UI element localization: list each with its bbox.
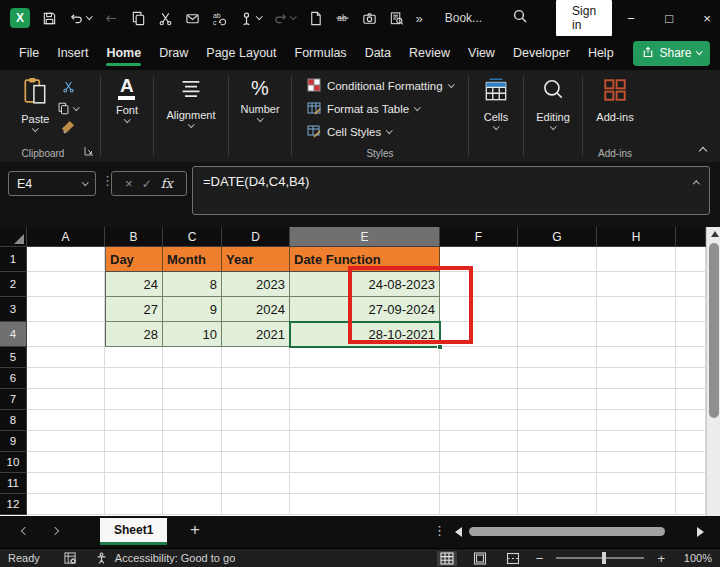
cell-A12[interactable] — [27, 494, 105, 515]
row-header-2[interactable]: 2 — [0, 272, 27, 297]
cell-B12[interactable] — [105, 494, 163, 515]
cell-F6[interactable] — [440, 368, 518, 389]
cell-D4[interactable]: 2021 — [222, 322, 290, 347]
page-layout-view-icon[interactable] — [470, 551, 490, 566]
vertical-scrollbar[interactable] — [706, 227, 720, 516]
cut-small-icon[interactable] — [62, 79, 75, 97]
cell-D8[interactable] — [222, 410, 290, 431]
cell-C11[interactable] — [163, 473, 222, 494]
cell-H9[interactable] — [597, 431, 676, 452]
search-icon[interactable] — [512, 8, 528, 28]
cell-A3[interactable] — [27, 297, 105, 322]
cell-F10[interactable] — [440, 452, 518, 473]
new-file-icon[interactable] — [308, 11, 323, 26]
sheet-tab-sheet1[interactable]: Sheet1 — [100, 518, 167, 545]
camera-icon[interactable] — [362, 11, 377, 26]
row-header-11[interactable]: 11 — [0, 473, 27, 494]
cell-H3[interactable] — [597, 297, 676, 322]
accessibility-icon[interactable] — [95, 552, 108, 565]
ribbon-tab-view[interactable]: View — [459, 37, 504, 69]
row-header-6[interactable]: 6 — [0, 368, 27, 389]
prev-sheet-icon[interactable] — [21, 527, 29, 535]
cell-E9[interactable] — [290, 431, 440, 452]
cell-D5[interactable] — [222, 347, 290, 368]
save-icon[interactable] — [42, 11, 57, 26]
cell-H4[interactable] — [597, 322, 676, 347]
cell-H7[interactable] — [597, 389, 676, 410]
row-header-10[interactable]: 10 — [0, 452, 27, 473]
row-header-8[interactable]: 8 — [0, 410, 27, 431]
cell-C7[interactable] — [163, 389, 222, 410]
ribbon-tab-draw[interactable]: Draw — [150, 37, 197, 69]
cell-F11[interactable] — [440, 473, 518, 494]
cell-F7[interactable] — [440, 389, 518, 410]
cell-E2[interactable]: 24-08-2023 — [290, 272, 440, 297]
cell-G5[interactable] — [518, 347, 597, 368]
cell-E12[interactable] — [290, 494, 440, 515]
cell-G9[interactable] — [518, 431, 597, 452]
cell-A6[interactable] — [27, 368, 105, 389]
cell-F3[interactable] — [440, 297, 518, 322]
row-header-7[interactable]: 7 — [0, 389, 27, 410]
cell-H2[interactable] — [597, 272, 676, 297]
row-header-1[interactable]: 1 — [0, 247, 27, 272]
zoom-out-icon[interactable]: − — [536, 551, 544, 566]
cell-B1[interactable]: Day — [105, 247, 163, 272]
font-button[interactable]: A Font — [116, 77, 138, 122]
formula-input[interactable]: =DATE(D4,C4,B4) — [192, 166, 710, 215]
column-header-G[interactable]: G — [518, 227, 597, 247]
cell-D11[interactable] — [222, 473, 290, 494]
cell-E8[interactable] — [290, 410, 440, 431]
zoom-in-icon[interactable]: + — [657, 551, 665, 566]
page-break-view-icon[interactable] — [503, 551, 523, 566]
cell-G4[interactable] — [518, 322, 597, 347]
cell-H5[interactable] — [597, 347, 676, 368]
accessibility-status[interactable]: Accessibility: Good to go — [115, 552, 235, 564]
zoom-slider-handle[interactable] — [602, 552, 606, 564]
cell-F2[interactable] — [440, 272, 518, 297]
cell-B2[interactable]: 24 — [105, 272, 163, 297]
number-button[interactable]: % Number — [240, 77, 279, 121]
cell-A11[interactable] — [27, 473, 105, 494]
row-header-5[interactable]: 5 — [0, 347, 27, 368]
next-sheet-icon[interactable] — [51, 527, 59, 535]
cell-G8[interactable] — [518, 410, 597, 431]
more-commands-icon[interactable]: » — [416, 11, 423, 26]
macro-record-icon[interactable] — [64, 552, 77, 565]
cell-D12[interactable] — [222, 494, 290, 515]
print-preview-icon[interactable] — [389, 11, 404, 26]
cancel-formula-icon[interactable]: × — [125, 176, 133, 191]
sheet-options-icon[interactable]: ⋮ — [433, 523, 446, 538]
cell-G2[interactable] — [518, 272, 597, 297]
minimize-button[interactable]: − — [612, 0, 650, 36]
row-header-12[interactable]: 12 — [0, 494, 27, 515]
cell-F8[interactable] — [440, 410, 518, 431]
alignment-button[interactable]: Alignment — [167, 77, 216, 127]
column-header-E[interactable]: E — [290, 227, 440, 247]
vertical-scroll-thumb[interactable] — [709, 243, 719, 418]
cell-C3[interactable]: 9 — [163, 297, 222, 322]
cell-H10[interactable] — [597, 452, 676, 473]
cell-G3[interactable] — [518, 297, 597, 322]
undo-icon[interactable] — [69, 11, 92, 26]
cell-E1[interactable]: Date Function — [290, 247, 440, 272]
cell-E5[interactable] — [290, 347, 440, 368]
column-header-H[interactable]: H — [597, 227, 676, 247]
ribbon-tab-file[interactable]: File — [10, 37, 48, 69]
cell-H1[interactable] — [597, 247, 676, 272]
collapse-ribbon-icon[interactable] — [699, 147, 707, 155]
sign-in-button[interactable]: Sign in — [556, 0, 612, 37]
touch-mode-icon[interactable] — [239, 11, 262, 26]
ribbon-tab-help[interactable]: Help — [579, 37, 623, 69]
cell-C2[interactable]: 8 — [163, 272, 222, 297]
row-header-3[interactable]: 3 — [0, 297, 27, 322]
cell-styles-button[interactable]: Cell Styles — [307, 124, 392, 140]
ribbon-tab-review[interactable]: Review — [400, 37, 459, 69]
cell-E11[interactable] — [290, 473, 440, 494]
column-header-C[interactable]: C — [163, 227, 222, 247]
cell-F5[interactable] — [440, 347, 518, 368]
cell-C9[interactable] — [163, 431, 222, 452]
enter-formula-icon[interactable]: ✓ — [142, 177, 152, 191]
cell-C12[interactable] — [163, 494, 222, 515]
email-icon[interactable] — [185, 11, 200, 26]
